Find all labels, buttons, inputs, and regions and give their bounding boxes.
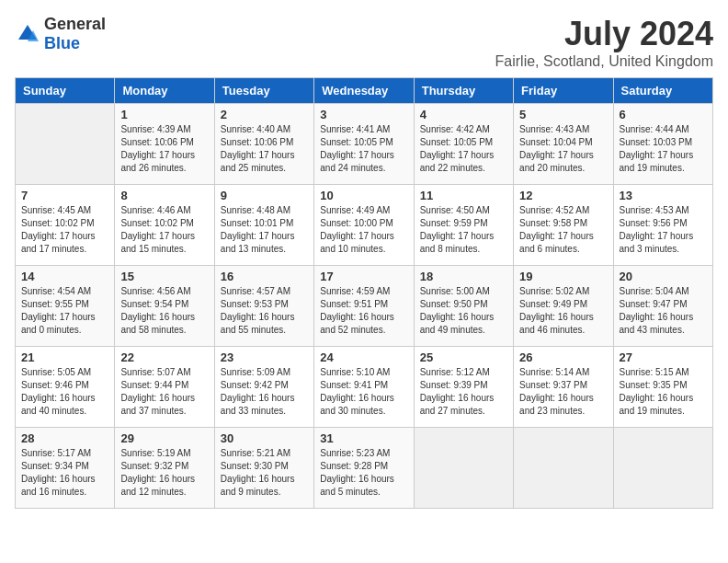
calendar-week-row: 1Sunrise: 4:39 AMSunset: 10:06 PMDayligh…	[16, 104, 713, 185]
day-number: 30	[221, 431, 308, 445]
day-info: Sunrise: 5:10 AMSunset: 9:41 PMDaylight:…	[320, 366, 407, 418]
day-info: Sunrise: 5:05 AMSunset: 9:46 PMDaylight:…	[21, 366, 108, 418]
header-friday: Friday	[514, 78, 613, 104]
page-header: General Blue July 2024 Fairlie, Scotland…	[15, 15, 713, 70]
calendar-cell: 4Sunrise: 4:42 AMSunset: 10:05 PMDayligh…	[414, 104, 513, 185]
day-info: Sunrise: 5:07 AMSunset: 9:44 PMDaylight:…	[120, 366, 208, 418]
calendar-cell: 2Sunrise: 4:40 AMSunset: 10:06 PMDayligh…	[214, 104, 313, 185]
calendar-cell: 8Sunrise: 4:46 AMSunset: 10:02 PMDayligh…	[115, 185, 214, 266]
calendar-cell: 3Sunrise: 4:41 AMSunset: 10:05 PMDayligh…	[314, 104, 414, 185]
calendar-cell: 10Sunrise: 4:49 AMSunset: 10:00 PMDaylig…	[314, 185, 414, 266]
day-number: 16	[221, 270, 308, 283]
day-info: Sunrise: 4:39 AMSunset: 10:06 PMDaylight…	[120, 123, 208, 175]
calendar-cell	[16, 104, 115, 185]
calendar-cell: 23Sunrise: 5:09 AMSunset: 9:42 PMDayligh…	[214, 347, 313, 428]
header-wednesday: Wednesday	[314, 78, 414, 104]
day-number: 9	[221, 189, 308, 202]
calendar-cell	[613, 428, 712, 509]
calendar-cell: 1Sunrise: 4:39 AMSunset: 10:06 PMDayligh…	[115, 104, 214, 185]
day-number: 12	[519, 189, 607, 202]
day-info: Sunrise: 4:50 AMSunset: 9:59 PMDaylight:…	[420, 204, 507, 256]
calendar-cell: 11Sunrise: 4:50 AMSunset: 9:59 PMDayligh…	[414, 185, 513, 266]
day-info: Sunrise: 5:02 AMSunset: 9:49 PMDaylight:…	[519, 285, 607, 337]
calendar-cell: 25Sunrise: 5:12 AMSunset: 9:39 PMDayligh…	[414, 347, 513, 428]
day-number: 31	[320, 431, 407, 445]
day-info: Sunrise: 5:00 AMSunset: 9:50 PMDaylight:…	[420, 285, 507, 337]
day-number: 7	[21, 189, 108, 202]
calendar-cell: 15Sunrise: 4:56 AMSunset: 9:54 PMDayligh…	[115, 266, 214, 347]
day-number: 18	[420, 270, 507, 283]
calendar-cell	[514, 428, 613, 509]
day-number: 8	[120, 189, 208, 202]
header-monday: Monday	[115, 78, 214, 104]
day-number: 10	[320, 189, 407, 202]
calendar-cell: 7Sunrise: 4:45 AMSunset: 10:02 PMDayligh…	[16, 185, 115, 266]
calendar-cell: 26Sunrise: 5:14 AMSunset: 9:37 PMDayligh…	[514, 347, 613, 428]
day-info: Sunrise: 4:53 AMSunset: 9:56 PMDaylight:…	[620, 204, 707, 256]
day-number: 24	[320, 350, 407, 364]
logo-general: General	[44, 15, 106, 33]
logo: General Blue	[15, 15, 106, 53]
day-info: Sunrise: 5:15 AMSunset: 9:35 PMDaylight:…	[620, 366, 707, 418]
calendar-cell: 16Sunrise: 4:57 AMSunset: 9:53 PMDayligh…	[214, 266, 313, 347]
calendar-cell: 22Sunrise: 5:07 AMSunset: 9:44 PMDayligh…	[115, 347, 214, 428]
day-info: Sunrise: 4:43 AMSunset: 10:04 PMDaylight…	[519, 123, 607, 175]
day-number: 25	[420, 350, 507, 364]
day-info: Sunrise: 4:56 AMSunset: 9:54 PMDaylight:…	[120, 285, 208, 337]
day-number: 19	[519, 270, 607, 283]
header-tuesday: Tuesday	[214, 78, 313, 104]
day-info: Sunrise: 4:46 AMSunset: 10:02 PMDaylight…	[120, 204, 208, 256]
calendar-cell: 13Sunrise: 4:53 AMSunset: 9:56 PMDayligh…	[613, 185, 712, 266]
title-section: July 2024 Fairlie, Scotland, United King…	[495, 15, 713, 70]
day-number: 17	[320, 270, 407, 283]
location-title: Fairlie, Scotland, United Kingdom	[495, 53, 713, 70]
day-info: Sunrise: 4:45 AMSunset: 10:02 PMDaylight…	[21, 204, 108, 256]
day-number: 22	[120, 350, 208, 364]
calendar-cell: 29Sunrise: 5:19 AMSunset: 9:32 PMDayligh…	[115, 428, 214, 509]
day-number: 2	[221, 108, 308, 121]
calendar-week-row: 28Sunrise: 5:17 AMSunset: 9:34 PMDayligh…	[16, 428, 713, 509]
calendar-cell: 27Sunrise: 5:15 AMSunset: 9:35 PMDayligh…	[613, 347, 712, 428]
day-number: 6	[620, 108, 707, 121]
day-number: 5	[519, 108, 607, 121]
day-info: Sunrise: 5:17 AMSunset: 9:34 PMDaylight:…	[21, 447, 108, 499]
day-info: Sunrise: 4:52 AMSunset: 9:58 PMDaylight:…	[519, 204, 607, 256]
header-saturday: Saturday	[613, 78, 712, 104]
day-info: Sunrise: 5:09 AMSunset: 9:42 PMDaylight:…	[221, 366, 308, 418]
logo-text: General Blue	[44, 15, 106, 53]
calendar-cell: 6Sunrise: 4:44 AMSunset: 10:03 PMDayligh…	[613, 104, 712, 185]
header-sunday: Sunday	[16, 78, 115, 104]
header-thursday: Thursday	[414, 78, 513, 104]
day-number: 29	[120, 431, 208, 445]
calendar-week-row: 14Sunrise: 4:54 AMSunset: 9:55 PMDayligh…	[16, 266, 713, 347]
day-number: 15	[120, 270, 208, 283]
calendar-cell: 24Sunrise: 5:10 AMSunset: 9:41 PMDayligh…	[314, 347, 414, 428]
day-number: 21	[21, 350, 108, 364]
logo-blue: Blue	[44, 34, 80, 52]
calendar-cell: 5Sunrise: 4:43 AMSunset: 10:04 PMDayligh…	[514, 104, 613, 185]
calendar-cell: 30Sunrise: 5:21 AMSunset: 9:30 PMDayligh…	[214, 428, 313, 509]
day-number: 4	[420, 108, 507, 121]
day-info: Sunrise: 4:57 AMSunset: 9:53 PMDaylight:…	[221, 285, 308, 337]
day-info: Sunrise: 4:59 AMSunset: 9:51 PMDaylight:…	[320, 285, 407, 337]
calendar-cell: 9Sunrise: 4:48 AMSunset: 10:01 PMDayligh…	[214, 185, 313, 266]
calendar-cell: 31Sunrise: 5:23 AMSunset: 9:28 PMDayligh…	[314, 428, 414, 509]
day-number: 26	[519, 350, 607, 364]
logo-icon	[15, 21, 40, 47]
day-info: Sunrise: 4:48 AMSunset: 10:01 PMDaylight…	[221, 204, 308, 256]
day-info: Sunrise: 5:21 AMSunset: 9:30 PMDaylight:…	[221, 447, 308, 499]
day-info: Sunrise: 4:41 AMSunset: 10:05 PMDaylight…	[320, 123, 407, 175]
calendar-cell	[414, 428, 513, 509]
calendar-cell: 14Sunrise: 4:54 AMSunset: 9:55 PMDayligh…	[16, 266, 115, 347]
month-title: July 2024	[495, 15, 713, 53]
calendar-cell: 28Sunrise: 5:17 AMSunset: 9:34 PMDayligh…	[16, 428, 115, 509]
day-number: 3	[320, 108, 407, 121]
calendar-cell: 18Sunrise: 5:00 AMSunset: 9:50 PMDayligh…	[414, 266, 513, 347]
day-info: Sunrise: 5:23 AMSunset: 9:28 PMDaylight:…	[320, 447, 407, 499]
day-number: 1	[120, 108, 208, 121]
calendar-cell: 19Sunrise: 5:02 AMSunset: 9:49 PMDayligh…	[514, 266, 613, 347]
day-number: 11	[420, 189, 507, 202]
day-number: 23	[221, 350, 308, 364]
calendar-cell: 12Sunrise: 4:52 AMSunset: 9:58 PMDayligh…	[514, 185, 613, 266]
day-info: Sunrise: 4:54 AMSunset: 9:55 PMDaylight:…	[21, 285, 108, 337]
